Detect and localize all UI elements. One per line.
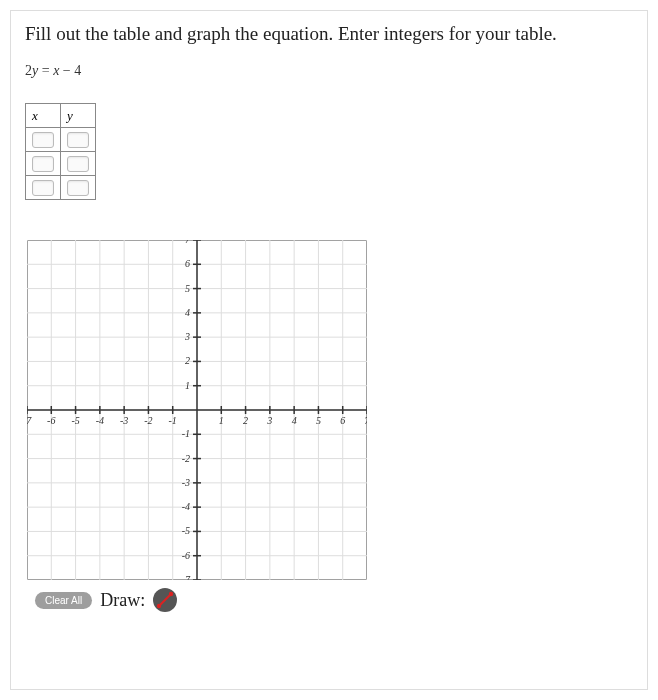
equation: 2y = x − 4 [25,63,633,79]
y-tick-label: 5 [185,283,190,294]
y-tick-label: 6 [185,258,190,269]
y-tick-label: -1 [182,428,190,439]
y-tick-label: 3 [184,331,190,342]
eq-const: 4 [74,63,81,78]
x-tick-label: 6 [340,415,345,426]
eq-op: − [59,63,74,78]
draw-toolbar: Clear All Draw: [35,588,633,612]
instruction-text: Fill out the table and graph the equatio… [25,23,633,45]
y-tick-label: -7 [182,574,191,580]
x-tick-label: -1 [169,415,177,426]
worksheet-page: Fill out the table and graph the equatio… [10,10,648,690]
svg-line-61 [159,594,171,606]
y-tick-label: -5 [182,525,190,536]
x-tick-label: -7 [27,415,32,426]
table-row [26,176,96,200]
x-tick-label: 7 [365,415,368,426]
y-tick-label: -2 [182,453,190,464]
xy-table: x y [25,103,96,200]
clear-all-button[interactable]: Clear All [35,592,92,609]
y-tick-label: 2 [185,355,190,366]
table-row [26,152,96,176]
x-tick-label: 3 [266,415,272,426]
line-tool-button[interactable] [153,588,177,612]
eq-equals: = [38,63,53,78]
y-tick-label: -4 [182,501,190,512]
y-tick-label: 4 [185,307,190,318]
table-row [26,128,96,152]
x-tick-label: 1 [219,415,224,426]
table-header-y: y [61,104,96,128]
y-tick-label: -6 [182,550,190,561]
x-tick-label: 4 [292,415,297,426]
svg-point-63 [169,592,173,596]
x-input-1[interactable] [32,156,54,172]
y-tick-label: -3 [182,477,190,488]
x-input-2[interactable] [32,180,54,196]
x-tick-label: -4 [96,415,104,426]
graph-canvas[interactable]: -7-6-5-4-3-2-11234567-7-6-5-4-3-2-112345… [27,240,367,580]
svg-point-62 [157,604,161,608]
x-tick-label: 5 [316,415,321,426]
eq-lhs-coef: 2 [25,63,32,78]
y-input-0[interactable] [67,132,89,148]
line-tool-icon [156,591,174,609]
x-tick-label: -5 [71,415,79,426]
x-input-0[interactable] [32,132,54,148]
y-input-1[interactable] [67,156,89,172]
table-header-x: x [26,104,61,128]
coordinate-grid: -7-6-5-4-3-2-11234567-7-6-5-4-3-2-112345… [27,240,367,580]
x-tick-label: -2 [144,415,152,426]
x-tick-label: 2 [243,415,248,426]
x-tick-label: -3 [120,415,128,426]
x-tick-label: -6 [47,415,55,426]
draw-label: Draw: [100,590,145,611]
y-input-2[interactable] [67,180,89,196]
y-tick-label: 1 [185,380,190,391]
